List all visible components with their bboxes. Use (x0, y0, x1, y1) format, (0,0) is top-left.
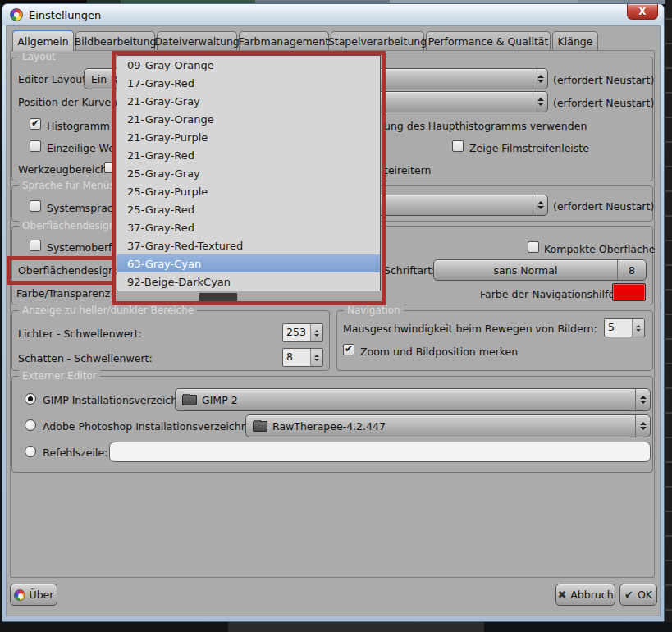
folder-icon (253, 421, 267, 432)
pan-speed-value: 5 (605, 319, 632, 337)
ok-button-label: OK (638, 588, 652, 601)
spinner-arrows-icon[interactable] (632, 319, 644, 337)
gimp-radio[interactable] (25, 393, 36, 405)
background-bottom-sliver (0, 622, 672, 632)
theme-option[interactable]: 37-Gray-Red (117, 218, 380, 236)
tab-allgemein[interactable]: Allgemein (12, 30, 74, 51)
tab-bildbearbeitung[interactable]: Bildbearbeitung (75, 31, 155, 50)
tab-farbmanagement[interactable]: Farbmanagement (239, 31, 329, 50)
filmstrip-checkbox[interactable] (452, 140, 464, 152)
theme-option[interactable]: 21-Gray-Purple (117, 128, 380, 146)
photoshop-label: Adobe Photoshop Installationsverzeichnis… (43, 420, 259, 433)
app-color-wheel-icon (10, 8, 23, 21)
gimp-label: GIMP Installationsverzeichnis: (43, 394, 195, 406)
histogram-left-label: Histogramm link (47, 120, 112, 133)
single-row-toolbar-checkbox[interactable] (30, 140, 41, 152)
theme-option[interactable]: 25-Gray-Red (117, 200, 380, 218)
spinner-arrows-icon[interactable] (310, 349, 322, 366)
ok-button[interactable]: ✔ OK (619, 584, 657, 606)
group-design-title: Oberflächendesign (19, 220, 118, 231)
theme-option[interactable]: 21-Gray-Gray (117, 92, 380, 110)
compact-ui-label: Kompakte Oberfläche (544, 243, 655, 255)
theme-option[interactable]: 21-Gray-Red (117, 146, 380, 164)
system-theme-checkbox[interactable] (30, 240, 41, 251)
tab-dateiverwaltung[interactable]: Dateiverwaltung (157, 31, 237, 50)
highlight-threshold-value: 253 (283, 324, 310, 341)
curves-position-label: Position der Kurven (18, 96, 117, 108)
tab-stapelverarbeitung[interactable]: Stapelverarbeitung (331, 31, 424, 50)
tab-klaenge[interactable]: Klänge (552, 31, 598, 50)
folder-icon (182, 395, 197, 405)
spinner-arrows-icon[interactable] (310, 324, 322, 341)
font-label: Schriftart: (384, 264, 435, 277)
combo-spinner-icon (635, 415, 650, 437)
close-button[interactable]: X (627, 4, 658, 20)
combo-spinner-icon (533, 195, 547, 215)
histogram-left-checkbox[interactable]: ✔ (30, 118, 41, 130)
about-button-label: Über (30, 588, 54, 601)
pan-speed-spinbox[interactable]: 5 (604, 318, 645, 337)
combo-spinner-icon (533, 69, 547, 89)
cancel-x-icon: ✖ (557, 588, 566, 601)
titlebar[interactable]: Einstellungen (2, 4, 664, 25)
theme-option[interactable]: 37-Gray-Red-Textured (117, 236, 380, 254)
command-line-radio[interactable] (25, 446, 36, 457)
about-button[interactable]: Über (10, 584, 57, 606)
theme-option[interactable]: 09-Gray-Orange (117, 56, 380, 74)
gimp-path-combobox[interactable]: GIMP 2 (175, 388, 651, 411)
theme-option[interactable]: 25-Gray-Gray (117, 164, 380, 182)
window-title: Einstellungen (29, 9, 101, 21)
shadow-threshold-spinbox[interactable]: 8 (282, 348, 323, 367)
tool-area-right-fragment: teireitern (384, 164, 432, 176)
theme-option[interactable]: 17-Gray-Red (117, 74, 380, 92)
color-transparency-button-fragment[interactable] (199, 292, 238, 303)
color-transparency-label: Farbe/Transparenz (16, 287, 112, 300)
group-language-title: Sprache für Menüs (19, 180, 118, 191)
theme-option[interactable]: 21-Gray-Orange (117, 110, 380, 128)
shadow-threshold-value: 8 (283, 349, 310, 366)
combo-spinner-icon (533, 92, 547, 112)
histogram-right-fragment: ung des Haupthistogramms verwenden (384, 120, 587, 132)
background-right-sliver (665, 0, 672, 632)
highlight-threshold-spinbox[interactable]: 253 (282, 323, 323, 342)
ok-check-icon: ✔ (624, 588, 633, 601)
font-button[interactable]: sans Normal 8 (433, 259, 647, 281)
restart-note-3: (erfordert Neustart) (553, 200, 654, 213)
system-language-checkbox[interactable] (30, 200, 41, 212)
system-theme-label: Systemoberfläc (47, 241, 112, 254)
theme-option[interactable]: 25-Gray-Purple (117, 182, 380, 200)
about-color-wheel-icon (14, 589, 25, 601)
tool-area-checkbox[interactable] (104, 162, 116, 173)
remember-zoom-checkbox[interactable]: ✔ (343, 344, 354, 355)
theme-select-label: Oberflächendesign: (18, 264, 118, 277)
shadow-threshold-label: Schatten - Schwellenwert: (18, 352, 153, 364)
command-line-label: Befehlszeile: (43, 447, 107, 459)
font-value: sans Normal (434, 264, 617, 277)
screenshot-root: Einstellungen X Allgemein Bildbearbeitun… (0, 0, 672, 632)
command-line-input[interactable] (109, 442, 651, 462)
restart-note-2: (erfordert Neustart) (553, 97, 654, 109)
photoshop-radio[interactable] (25, 419, 36, 431)
remember-zoom-label: Zoom und Bildposition merken (360, 346, 518, 358)
tool-area-label: Werkzeugbereich: (18, 163, 110, 176)
photoshop-path-value: RawTherapee-4.2.447 (272, 420, 386, 433)
group-navigation-title: Navigation (344, 305, 404, 316)
combo-spinner-icon (635, 389, 650, 410)
photoshop-path-combobox[interactable]: RawTherapee-4.2.447 (245, 414, 651, 437)
highlight-threshold-label: Lichter - Schwellenwert: (18, 327, 142, 340)
gimp-path-value: GIMP 2 (202, 394, 238, 406)
group-external-editor-title: Externer Editor (19, 370, 100, 382)
theme-option-selected[interactable]: 63-Gray-Cyan (117, 254, 380, 272)
compact-ui-checkbox[interactable] (528, 241, 539, 253)
filmstrip-label: Zeige Filmstreifenleiste (469, 142, 589, 154)
system-language-label: Systemsprache (47, 202, 112, 215)
editor-layout-label: Editor-Layout: (18, 73, 89, 85)
theme-option[interactable]: 92-Beige-DarkCyan (117, 272, 380, 291)
single-row-toolbar-label: Einzeilige Werkze (47, 142, 112, 155)
nav-guide-color-label: Farbe der Navigationshilfe: (480, 288, 618, 300)
tab-performance-qualitaet[interactable]: Performance & Qualität (426, 31, 551, 50)
group-layout-title: Layout (19, 51, 59, 62)
cancel-button[interactable]: ✖ Abbruch (555, 584, 615, 606)
nav-guide-color-swatch[interactable] (612, 283, 646, 301)
pan-speed-label: Mausgeschwindigkeit beim Bewegen von Bil… (343, 323, 597, 335)
